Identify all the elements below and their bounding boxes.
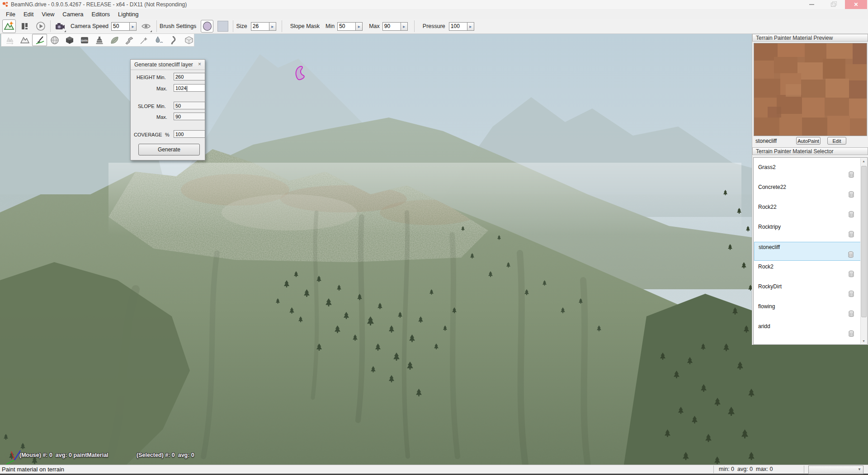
material-row-grass2[interactable]: Grass2 — [754, 162, 861, 181]
visibility-menu-button[interactable] — [139, 19, 153, 33]
ellipse-brush-icon — [203, 22, 212, 31]
dialog-close-icon[interactable]: × — [196, 61, 203, 68]
selected-material-name: stonecliff — [755, 138, 777, 144]
scroll-thumb[interactable] — [861, 166, 867, 317]
material-preview-header[interactable]: Terrain Painter Material Preview — [752, 34, 868, 42]
slope-min-input[interactable] — [337, 22, 355, 31]
brush-box-button[interactable] — [217, 21, 228, 32]
menu-editors[interactable]: Editors — [88, 10, 114, 19]
material-list-scrollbar[interactable]: ▲ ▼ — [860, 158, 867, 344]
dialog-title: Generate stonecliff layer — [134, 61, 193, 68]
foliage-tool-button[interactable] — [107, 34, 122, 46]
delete-material-icon[interactable] — [848, 191, 854, 198]
shape-editor-button[interactable] — [181, 34, 196, 46]
delete-material-icon[interactable] — [848, 231, 854, 238]
size-input[interactable] — [251, 22, 269, 31]
stamp-icon — [94, 35, 104, 45]
window-title: BeamNG.drive - 0.9.0.5.4267 - RELEASE - … — [11, 1, 187, 8]
menu-view[interactable]: View — [38, 10, 58, 19]
camera-speed-label: Camera Speed — [71, 23, 108, 29]
menu-file[interactable]: File — [2, 10, 19, 19]
delete-material-icon[interactable] — [848, 211, 854, 218]
material-row-stonecliff[interactable]: stonecliff — [754, 242, 861, 261]
height-label: HEIGHT — [137, 75, 156, 80]
close-button[interactable]: ✕ — [845, 0, 867, 9]
svg-text:DATA: DATA — [81, 39, 87, 42]
pressure-spinner[interactable]: ▸ — [467, 22, 474, 31]
height-min-input[interactable] — [174, 73, 205, 80]
terrain-editor-button[interactable] — [17, 34, 32, 46]
river-tool-button[interactable] — [151, 34, 166, 46]
dialog-title-bar[interactable]: Generate stonecliff layer × — [131, 60, 205, 70]
slope-min-label: Min — [326, 23, 335, 29]
menu-lighting[interactable]: Lighting — [114, 10, 143, 19]
delete-material-icon[interactable] — [848, 330, 854, 338]
particle-editor-button[interactable] — [137, 34, 151, 46]
material-row-rocktripy[interactable]: Rocktripy — [754, 222, 861, 241]
slope-max-spinner[interactable]: ▸ — [401, 22, 408, 31]
slope-min-input[interactable] — [174, 102, 205, 109]
menu-camera[interactable]: Camera — [58, 10, 87, 19]
size-spinner[interactable]: ▸ — [269, 22, 276, 31]
terrain-painter-button[interactable] — [32, 34, 47, 46]
brush-ellipse-button[interactable] — [201, 20, 213, 33]
delete-material-icon[interactable] — [848, 271, 854, 278]
status-dropdown[interactable]: ▼ — [808, 466, 863, 474]
forest-tool-button[interactable] — [2, 34, 17, 46]
close-icon: ✕ — [854, 1, 858, 8]
height-max-input[interactable] — [174, 84, 205, 92]
mesh-road-tool-button[interactable] — [166, 34, 181, 46]
camera-speed-input[interactable] — [111, 22, 129, 31]
generate-button[interactable]: Generate — [138, 144, 200, 155]
coverage-input[interactable] — [174, 130, 205, 138]
slope-max-label: Max. — [156, 114, 167, 120]
camera-speed-spinner[interactable]: ▸ — [129, 22, 137, 31]
minimize-button[interactable] — [802, 0, 822, 9]
delete-material-icon[interactable] — [848, 251, 854, 259]
pressure-label: Pressure — [423, 23, 445, 29]
datablock-editor-button[interactable]: DATA — [77, 34, 92, 46]
menu-bar: File Edit View Camera Editors Lighting — [0, 9, 868, 19]
world-globe-button[interactable] — [47, 34, 62, 46]
camera-menu-button[interactable] — [53, 19, 67, 33]
delete-material-icon[interactable] — [848, 171, 854, 179]
pressure-input[interactable] — [449, 22, 467, 31]
slope-max-input[interactable] — [382, 22, 401, 31]
material-row-concrete22[interactable]: Concrete22 — [754, 182, 861, 201]
delete-material-icon[interactable] — [848, 310, 854, 318]
terrain-painter-panel: Terrain Painter Material Preview — [752, 34, 868, 345]
slope-max-input[interactable] — [174, 113, 205, 120]
edit-material-button[interactable]: Edit — [827, 137, 846, 145]
river-icon — [154, 35, 164, 45]
winding-road-icon — [169, 35, 179, 45]
delete-material-icon[interactable] — [848, 291, 854, 298]
scroll-down-icon[interactable]: ▼ — [861, 338, 867, 344]
viewport-canvas[interactable]: (Mouse) #: 0 avg: 0 paintMaterial (Selec… — [0, 34, 868, 465]
size-label: Size — [236, 23, 247, 29]
material-row-rock22[interactable]: Rock22 — [754, 202, 861, 221]
stamp-tool-button[interactable] — [92, 34, 107, 46]
material-row-rock2[interactable]: Rock2 — [754, 262, 861, 281]
material-row-flowing[interactable]: flowing — [754, 301, 861, 320]
menu-edit[interactable]: Edit — [19, 10, 38, 19]
status-stats: min: 0 avg: 0 max: 0 — [719, 466, 773, 472]
scroll-up-icon[interactable]: ▲ — [861, 158, 867, 164]
road-editor-button[interactable] — [122, 34, 137, 46]
autopaint-button[interactable]: AutoPaint — [796, 137, 821, 145]
material-list: Grass2 Concrete22 Rock22 Rocktripy stone… — [753, 157, 868, 345]
world-editor-button[interactable] — [2, 19, 16, 33]
main-toolbar: Camera Speed ▸ Brush Settings Size ▸ Slo… — [0, 19, 868, 34]
layout-button[interactable] — [18, 19, 32, 33]
material-row-aridd[interactable]: aridd — [754, 321, 861, 340]
material-row-rockydirt[interactable]: RockyDirt — [754, 282, 861, 301]
slope-min-spinner[interactable]: ▸ — [355, 22, 363, 31]
road-icon — [124, 35, 134, 45]
play-button[interactable] — [34, 19, 47, 33]
object-editor-button[interactable] — [62, 34, 77, 46]
material-selector-header[interactable]: Terrain Painter Material Selector — [752, 147, 868, 155]
camera-icon — [55, 22, 65, 30]
title-bar: BeamNG.drive - 0.9.0.5.4267 - RELEASE - … — [0, 0, 868, 9]
datablock-icon: DATA — [80, 35, 90, 45]
material-preview-row: stonecliff AutoPaint Edit — [752, 137, 868, 145]
restore-button[interactable] — [823, 0, 843, 9]
